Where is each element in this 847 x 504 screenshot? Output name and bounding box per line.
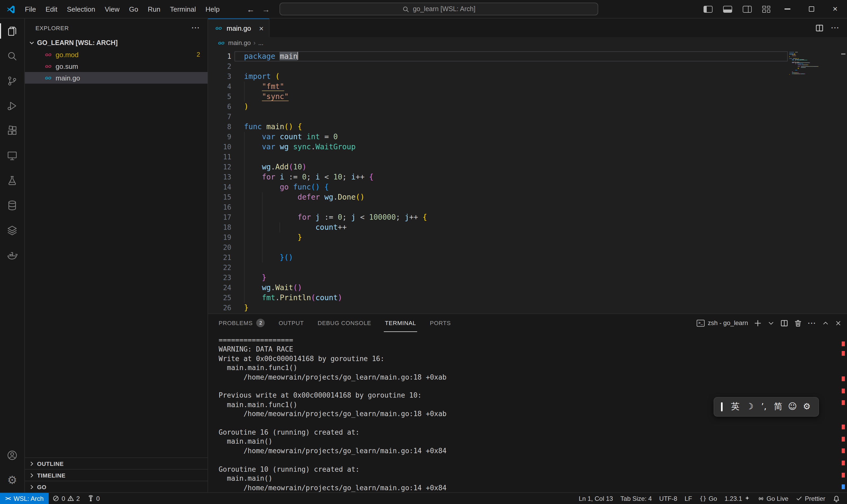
toggle-panel-icon[interactable] xyxy=(723,5,732,13)
panel-tab-debug-console[interactable]: DEBUG CONSOLE xyxy=(317,314,372,332)
menu-go[interactable]: Go xyxy=(124,0,143,18)
status-go-version[interactable]: 1.23.1 xyxy=(721,493,754,504)
remote-indicator[interactable]: >< WSL: Arch xyxy=(0,493,49,504)
settings-gear-icon[interactable]: ⚙ xyxy=(0,467,24,492)
line-number[interactable]: 24 xyxy=(208,283,231,293)
line-number[interactable]: 4 xyxy=(208,82,231,92)
minimize-button[interactable] xyxy=(776,0,799,18)
menu-edit[interactable]: Edit xyxy=(41,0,62,18)
section-outline[interactable]: OUTLINE xyxy=(25,457,208,469)
ime-item-4[interactable]: ☺ xyxy=(785,401,799,412)
explorer-actions-icon[interactable]: ··· xyxy=(192,24,200,32)
line-number[interactable]: 14 xyxy=(208,182,231,192)
status-problems[interactable]: 0 2 xyxy=(49,493,84,504)
activity-docker-icon[interactable] xyxy=(0,242,24,267)
activity-source-control-icon[interactable] xyxy=(0,68,24,93)
explorer-item-go-sum[interactable]: GOgo.sum xyxy=(25,60,208,72)
menu-help[interactable]: Help xyxy=(201,0,224,18)
panel-tab-ports[interactable]: PORTS xyxy=(429,314,452,332)
activity-database-icon[interactable] xyxy=(0,193,24,218)
activity-search-icon[interactable] xyxy=(0,43,24,68)
panel-more-icon[interactable]: ··· xyxy=(808,319,816,327)
activity-extensions-icon[interactable] xyxy=(0,118,24,143)
line-number[interactable]: 9 xyxy=(208,132,231,142)
breadcrumb-symbol[interactable]: ... xyxy=(258,39,263,47)
status-encoding[interactable]: UTF-8 xyxy=(656,493,681,504)
maximize-button[interactable] xyxy=(799,0,823,18)
line-number[interactable]: 15 xyxy=(208,192,231,202)
command-center-search[interactable]: go_learn [WSL: Arch] xyxy=(280,3,598,15)
explorer-item-main-go[interactable]: GOmain.go xyxy=(25,72,208,84)
split-terminal-icon[interactable] xyxy=(780,319,788,327)
maximize-panel-icon[interactable] xyxy=(822,320,829,326)
menu-selection[interactable]: Selection xyxy=(62,0,100,18)
minimap[interactable] xyxy=(789,52,840,75)
line-number[interactable]: 13 xyxy=(208,172,231,182)
toggle-sidebar-icon[interactable] xyxy=(704,5,713,13)
activity-explorer-icon[interactable] xyxy=(0,19,24,43)
activity-run-debug-icon[interactable] xyxy=(0,93,24,118)
panel-tab-terminal[interactable]: TERMINAL xyxy=(384,314,417,332)
line-number[interactable]: 12 xyxy=(208,162,231,172)
split-editor-icon[interactable] xyxy=(815,23,824,32)
line-number[interactable]: 6 xyxy=(208,102,231,112)
close-panel-icon[interactable] xyxy=(835,320,842,326)
status-prettier[interactable]: Prettier xyxy=(792,493,829,504)
status-tab-size[interactable]: Tab Size: 4 xyxy=(617,493,656,504)
activity-remote-explorer-icon[interactable] xyxy=(0,143,24,168)
ime-item-0[interactable]: 英 xyxy=(728,401,742,412)
ime-item-1[interactable]: ☽ xyxy=(742,401,757,412)
line-number[interactable]: 1 xyxy=(208,51,231,61)
code-editor[interactable]: 1package main23import (4 "fmt"5 "sync"6)… xyxy=(208,49,847,313)
ime-item-5[interactable]: ⚙ xyxy=(799,401,814,412)
line-number[interactable]: 18 xyxy=(208,222,231,232)
menu-terminal[interactable]: Terminal xyxy=(165,0,201,18)
line-number[interactable]: 19 xyxy=(208,232,231,242)
line-number[interactable]: 20 xyxy=(208,242,231,253)
toggle-secondary-sidebar-icon[interactable] xyxy=(743,5,752,13)
line-number[interactable]: 26 xyxy=(208,303,231,313)
terminal-selector[interactable]: >_ zsh - go_learn xyxy=(697,319,748,327)
line-number[interactable]: 16 xyxy=(208,202,231,212)
explorer-item-go-mod[interactable]: GOgo.mod2 xyxy=(25,49,208,60)
status-cursor-position[interactable]: Ln 1, Col 13 xyxy=(575,493,616,504)
line-number[interactable]: 2 xyxy=(208,61,231,71)
more-actions-icon[interactable]: ··· xyxy=(831,24,840,32)
line-number[interactable]: 3 xyxy=(208,71,231,82)
customize-layout-icon[interactable] xyxy=(762,5,770,13)
status-ports[interactable]: 0 xyxy=(84,493,104,504)
kill-terminal-trash-icon[interactable] xyxy=(794,319,802,327)
line-number[interactable]: 10 xyxy=(208,142,231,152)
line-number[interactable]: 17 xyxy=(208,212,231,222)
activity-layers-icon[interactable] xyxy=(0,218,24,242)
breadcrumb-file[interactable]: main.go xyxy=(228,39,251,47)
panel-tab-problems[interactable]: PROBLEMS2 xyxy=(218,314,266,332)
breadcrumb[interactable]: GO main.go › ... xyxy=(208,37,847,49)
menu-view[interactable]: View xyxy=(100,0,124,18)
line-number[interactable]: 7 xyxy=(208,112,231,122)
line-number[interactable]: 21 xyxy=(208,253,231,263)
accounts-icon[interactable] xyxy=(0,443,24,467)
tab-close-icon[interactable]: × xyxy=(259,23,264,33)
line-number[interactable]: 11 xyxy=(208,152,231,162)
ime-item-3[interactable]: 简 xyxy=(771,401,785,412)
terminal-dropdown-icon[interactable] xyxy=(768,320,774,326)
new-terminal-icon[interactable] xyxy=(754,319,762,327)
close-button[interactable]: × xyxy=(823,0,847,18)
forward-icon[interactable]: → xyxy=(262,5,270,14)
panel-tab-output[interactable]: OUTPUT xyxy=(278,314,305,332)
status-language[interactable]: {} Go xyxy=(696,493,721,504)
line-number[interactable]: 23 xyxy=(208,273,231,283)
section-go[interactable]: GO xyxy=(25,481,208,492)
ime-item-2[interactable]: ’, xyxy=(757,401,771,412)
menu-file[interactable]: File xyxy=(20,0,41,18)
menu-run[interactable]: Run xyxy=(143,0,165,18)
line-number[interactable]: 25 xyxy=(208,293,231,303)
status-eol[interactable]: LF xyxy=(681,493,696,504)
line-number[interactable]: 22 xyxy=(208,263,231,273)
status-go-live[interactable]: Go Live xyxy=(754,493,792,504)
tab-main-go[interactable]: GO main.go × xyxy=(208,19,269,37)
activity-testing-icon[interactable] xyxy=(0,168,24,193)
line-number[interactable]: 8 xyxy=(208,122,231,132)
back-icon[interactable]: ← xyxy=(247,5,255,14)
